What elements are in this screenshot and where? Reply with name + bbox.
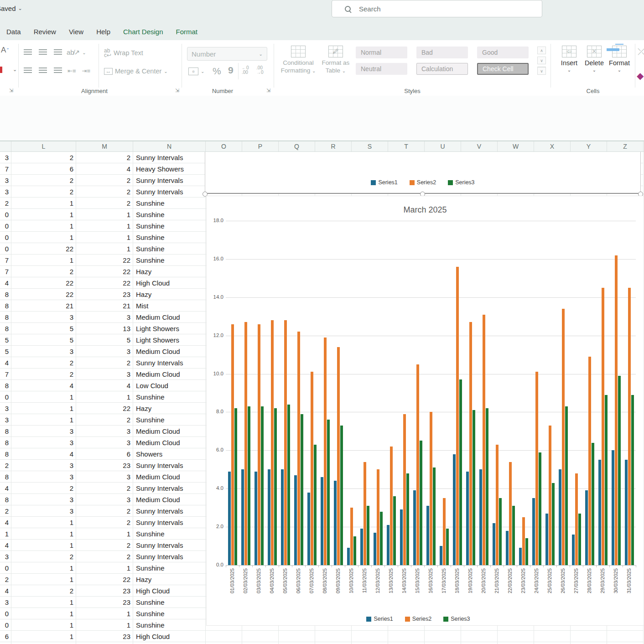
cell[interactable]: 3 (11, 494, 76, 505)
cell[interactable]: 1 (11, 631, 76, 642)
cell[interactable]: 2 (76, 175, 133, 186)
bar-series3[interactable] (565, 406, 568, 565)
cell[interactable]: 1 (76, 391, 133, 403)
cell[interactable]: 1 (11, 608, 76, 619)
cell[interactable]: 3 (11, 460, 76, 471)
cell[interactable]: 2 (76, 505, 133, 517)
column-header-Q[interactable]: Q (279, 141, 315, 151)
cell[interactable]: 3 (11, 471, 76, 483)
cell[interactable]: 22 (76, 574, 133, 585)
cell[interactable]: 23 (76, 289, 133, 300)
cell[interactable]: 2 (76, 357, 133, 369)
bar-series2[interactable] (469, 322, 472, 565)
cell[interactable]: 1 (11, 391, 76, 403)
bar-series2[interactable] (416, 364, 419, 565)
cell[interactable] (607, 631, 644, 642)
cell[interactable] (242, 631, 279, 642)
cell[interactable]: 23 (76, 460, 133, 471)
cell[interactable]: 0 (0, 619, 11, 631)
bar-series2[interactable] (258, 324, 260, 566)
bar-series1[interactable] (268, 469, 270, 565)
cell[interactable]: 2 (11, 551, 76, 562)
style-check-cell[interactable]: Check Cell (477, 63, 529, 75)
cell[interactable]: 8 (0, 437, 11, 448)
cell[interactable] (607, 642, 644, 644)
cell[interactable]: 3 (76, 494, 133, 505)
bar-series3[interactable] (287, 405, 290, 565)
cell[interactable]: 22 (76, 403, 133, 414)
bar-series1[interactable] (334, 481, 337, 565)
cell[interactable]: High Cloud (133, 631, 206, 642)
cell[interactable]: Sunshine (133, 197, 206, 209)
cell[interactable]: 8 (0, 323, 11, 334)
cell[interactable]: 3 (76, 426, 133, 437)
cell[interactable]: 5 (11, 323, 76, 334)
bar-series1[interactable] (321, 477, 323, 565)
bar-series3[interactable] (420, 441, 422, 565)
cell[interactable]: 4 (76, 163, 133, 175)
cell[interactable]: 3 (11, 426, 76, 437)
bar-series1[interactable] (347, 548, 350, 565)
wrap-text-button[interactable]: abc↩ Wrap Text (104, 48, 143, 57)
bar-group-15/03/2025[interactable] (411, 221, 424, 565)
cell[interactable]: 1 (11, 414, 76, 426)
cell[interactable]: 21 (11, 300, 76, 312)
cell[interactable] (206, 631, 242, 642)
cell[interactable]: Hazy (133, 574, 206, 585)
cell[interactable]: 2 (76, 540, 133, 551)
cell[interactable]: Medium Cloud (133, 369, 206, 380)
conditional-formatting-button[interactable]: Conditional Formatting ⌄ (280, 46, 317, 75)
cell[interactable]: 4 (0, 277, 11, 289)
bar-group-07/03/2025[interactable] (305, 221, 318, 565)
column-header-S[interactable]: S (352, 141, 388, 151)
cell[interactable]: 8 (0, 289, 11, 300)
cell[interactable]: 1 (76, 209, 133, 220)
bar-group-28/03/2025[interactable] (583, 221, 596, 565)
bar-series2[interactable] (628, 288, 631, 565)
cell[interactable]: Sunny Intervals (133, 152, 206, 163)
bar-group-12/03/2025[interactable] (371, 221, 384, 565)
cell[interactable]: 0 (0, 608, 11, 619)
cell[interactable]: High Cloud (133, 277, 206, 289)
delete-cells-button[interactable]: ✕Delete⌄ (582, 46, 606, 73)
cell[interactable]: 3 (0, 175, 11, 186)
cell[interactable]: 2 (76, 414, 133, 426)
cell[interactable]: Sunny Intervals (133, 505, 206, 517)
cell[interactable]: Sunny Intervals (133, 186, 206, 197)
cell[interactable]: 2 (11, 266, 76, 277)
cell[interactable]: 4 (0, 517, 11, 528)
cell[interactable]: Sunny Intervals (133, 357, 206, 369)
cell[interactable]: Sunshine (133, 209, 206, 220)
bar-group-01/03/2025[interactable] (226, 221, 239, 565)
cell[interactable]: 1 (76, 608, 133, 619)
cell[interactable]: 7 (0, 369, 11, 380)
column-header-N[interactable]: N (133, 141, 206, 151)
bar-series3[interactable] (433, 467, 436, 565)
bar-series1[interactable] (453, 454, 456, 565)
bar-series3[interactable] (473, 410, 475, 565)
cell[interactable]: 7 (0, 254, 11, 266)
column-header-P[interactable]: P (242, 141, 279, 151)
plot-area[interactable] (226, 221, 636, 566)
bar-series2[interactable] (443, 498, 446, 565)
bar-series1[interactable] (254, 472, 257, 566)
cell[interactable] (11, 642, 76, 644)
cell[interactable]: Medium Cloud (133, 494, 206, 505)
column-header-W[interactable]: W (498, 141, 534, 151)
tab-review[interactable]: Review (27, 28, 62, 36)
cell[interactable] (571, 642, 607, 644)
cell[interactable]: Sunshine (133, 562, 206, 574)
cell[interactable]: High Cloud (133, 585, 206, 597)
bar-series2[interactable] (456, 267, 459, 565)
cell[interactable]: 2 (0, 197, 11, 209)
bar-series2[interactable] (522, 517, 525, 565)
bar-series1[interactable] (532, 498, 535, 565)
font-dialog-launcher-icon[interactable]: ⇲ (9, 88, 13, 93)
bar-series2[interactable] (549, 426, 551, 565)
bar-series3[interactable] (248, 406, 250, 565)
cell[interactable] (388, 642, 425, 644)
cell[interactable]: 3 (0, 152, 11, 163)
bar-series2[interactable] (377, 469, 379, 565)
bar-group-18/03/2025[interactable] (451, 221, 464, 565)
cell[interactable]: 5 (11, 334, 76, 346)
